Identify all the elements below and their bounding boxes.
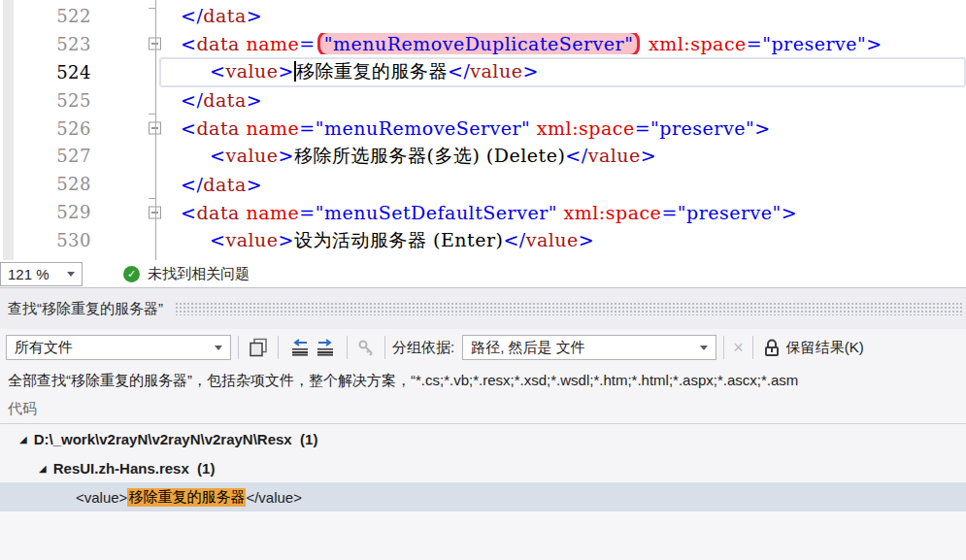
vs-window: 522</data>523<data name="menuRemoveDupli… bbox=[0, 0, 966, 560]
zoom-level-dropdown[interactable]: 121 % bbox=[0, 262, 83, 286]
find-results-toolbar: 所有文件 bbox=[0, 329, 966, 366]
code-segment: name bbox=[246, 117, 299, 139]
line-number: 523 bbox=[0, 34, 103, 54]
code-column-header[interactable]: 代码 bbox=[0, 395, 966, 424]
code-line[interactable]: 530<value>设为活动服务器 (Enter)</value> bbox=[0, 226, 966, 254]
copy-results-button[interactable] bbox=[246, 336, 271, 359]
copy-icon bbox=[248, 338, 269, 357]
node-label: ResUI.zh-Hans.resx bbox=[53, 460, 197, 477]
code-segment: > bbox=[247, 174, 262, 195]
code-line[interactable]: 527<value>移除所选服务器(多选) (Delete)</value> bbox=[0, 142, 966, 170]
scope-filter-dropdown[interactable]: 所有文件 bbox=[6, 335, 231, 360]
fold-margin bbox=[103, 30, 161, 58]
code-segment: value bbox=[588, 145, 641, 166]
code-segment: > bbox=[247, 5, 262, 26]
code-segment: data bbox=[203, 257, 246, 260]
line-number: 522 bbox=[0, 6, 103, 26]
code-segment: "menuRemoveServer" bbox=[316, 117, 531, 139]
code-text: <data name="menuRemoveDuplicateServer" x… bbox=[161, 33, 966, 54]
code-segment: "preserve" bbox=[650, 117, 754, 139]
scope-filter-value: 所有文件 bbox=[15, 339, 73, 357]
next-result-button[interactable] bbox=[313, 337, 340, 358]
code-segment: value bbox=[225, 60, 278, 82]
code-editor[interactable]: 522</data>523<data name="menuRemoveDupli… bbox=[0, 0, 966, 260]
tree-row-result[interactable]: <value>移除重复的服务器</value> bbox=[0, 482, 966, 511]
panel-title: 查找“移除重复的服务器” bbox=[8, 300, 163, 318]
check-circle-icon: ✓ bbox=[123, 266, 140, 282]
code-text: </data> bbox=[161, 174, 966, 195]
code-segment: </ bbox=[181, 89, 203, 111]
match-highlight: 移除重复的服务器 bbox=[127, 488, 246, 507]
fold-margin bbox=[103, 170, 161, 198]
code-line[interactable]: 524<value>移除重复的服务器</value> bbox=[0, 58, 966, 86]
code-segment: data bbox=[203, 5, 246, 26]
code-line[interactable]: 525</data> bbox=[0, 86, 966, 115]
code-segment: 设为活动服务器 (Enter) bbox=[294, 229, 503, 250]
code-segment: = bbox=[299, 33, 315, 54]
modify-search-button[interactable] bbox=[354, 337, 378, 358]
code-segment: 移除所选服务器(多选) (Delete) bbox=[294, 145, 565, 166]
code-segment: < bbox=[210, 145, 225, 166]
toolbar-separator bbox=[723, 336, 724, 359]
code-line[interactable]: 526<data name="menuRemoveServer" xml:spa… bbox=[0, 115, 966, 143]
code-segment: < bbox=[210, 229, 225, 250]
code-text: </data> bbox=[161, 5, 966, 26]
chevron-down-icon bbox=[67, 272, 75, 277]
keep-results-label: 保留结果(K) bbox=[786, 339, 864, 357]
results-empty-area bbox=[0, 511, 966, 560]
code-segment: < bbox=[210, 60, 225, 82]
code-segment: "preserve" bbox=[678, 202, 782, 223]
code-line[interactable]: 522</data> bbox=[0, 2, 966, 30]
code-segment: = bbox=[635, 117, 650, 139]
previous-result-button[interactable] bbox=[285, 337, 313, 358]
close-icon: × bbox=[733, 339, 744, 356]
code-segment: 移除重复的服务器 bbox=[296, 60, 448, 82]
code-segment: xml:space bbox=[537, 117, 635, 139]
code-segment: data bbox=[196, 202, 239, 223]
code-line[interactable]: 528</data> bbox=[0, 170, 966, 198]
chevron-down-icon bbox=[215, 346, 222, 350]
line-number: 526 bbox=[0, 118, 103, 139]
line-number: 527 bbox=[0, 146, 103, 166]
result-count: (1) bbox=[197, 460, 215, 477]
code-segment: "menuSetDefaultServer" bbox=[316, 202, 557, 223]
editor-status-strip: 121 % ✓ 未找到相关问题 bbox=[0, 260, 966, 287]
code-segment: > bbox=[641, 145, 656, 166]
code-column-label: 代码 bbox=[8, 400, 37, 418]
code-text: <data name="menuRemoveServer" xml:space=… bbox=[161, 117, 966, 139]
line-number: 530 bbox=[0, 230, 103, 250]
expand-arrow-icon[interactable]: ◢ bbox=[19, 434, 27, 445]
fold-margin bbox=[103, 86, 161, 115]
code-segment: value bbox=[526, 229, 579, 250]
code-line[interactable]: 531</data> bbox=[0, 254, 966, 260]
next-arrow-icon bbox=[315, 339, 338, 356]
code-segment: = bbox=[299, 202, 315, 223]
find-results-title-bar: 查找“移除重复的服务器” bbox=[0, 288, 966, 329]
code-segment: > bbox=[782, 202, 797, 223]
fold-margin bbox=[103, 142, 161, 170]
code-line[interactable]: 529<data name="menuSetDefaultServer" xml… bbox=[0, 198, 966, 226]
code-segment: > bbox=[579, 229, 594, 250]
find-summary: 全部查找“移除重复的服务器”，包括杂项文件，整个解决方案，“*.cs;*.vb;… bbox=[0, 366, 966, 395]
keep-results-toggle[interactable]: 保留结果(K) bbox=[760, 337, 868, 359]
previous-arrow-icon bbox=[287, 339, 311, 356]
toolbar-separator bbox=[384, 336, 385, 359]
tree-row-file[interactable]: ◢ResUI.zh-Hans.resx (1) bbox=[0, 453, 966, 482]
expand-arrow-icon[interactable]: ◢ bbox=[39, 463, 47, 474]
annotation-ring: "menuRemoveDuplicateServer" bbox=[317, 33, 641, 54]
code-segment: = bbox=[299, 117, 315, 139]
line-number: 529 bbox=[0, 202, 103, 222]
fold-margin bbox=[103, 254, 161, 260]
tree-row-folder[interactable]: ◢D:\_work\v2rayN\v2rayN\v2rayN\Resx (1) bbox=[0, 424, 966, 453]
close-search-button[interactable]: × bbox=[731, 337, 746, 358]
group-by-dropdown[interactable]: 路径, 然后是 文件 bbox=[462, 335, 716, 360]
code-line[interactable]: 523<data name="menuRemoveDuplicateServer… bbox=[0, 30, 966, 58]
code-segment: xml:space bbox=[649, 33, 747, 54]
code-segment: </ bbox=[181, 257, 203, 260]
code-segment: data bbox=[196, 33, 239, 54]
code-segment: > bbox=[279, 60, 294, 82]
result-text: <value> bbox=[76, 489, 127, 506]
code-segment: > bbox=[522, 60, 538, 82]
code-segment: </ bbox=[565, 145, 587, 166]
document-health-indicator[interactable]: ✓ 未找到相关问题 bbox=[123, 265, 250, 283]
